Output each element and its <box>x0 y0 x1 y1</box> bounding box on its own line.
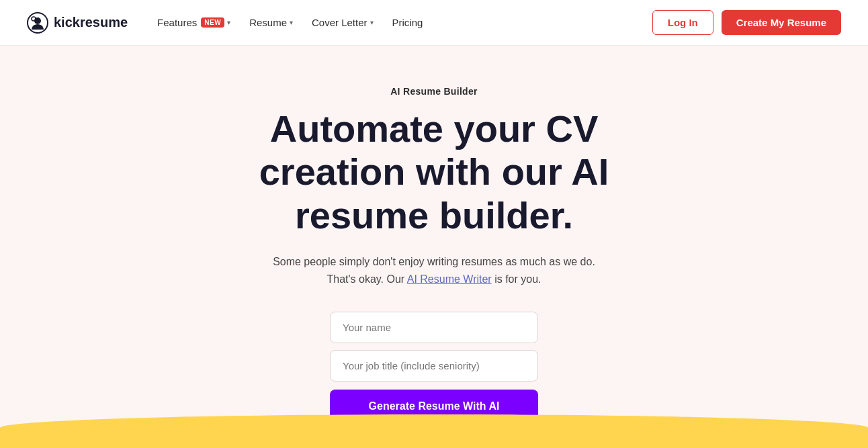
nav-left: kickresume Features NEW ▾ Resume ▾ Cover… <box>27 11 431 34</box>
hero-title: Automate your CV creation with our AI re… <box>199 107 669 237</box>
navbar: kickresume Features NEW ▾ Resume ▾ Cover… <box>0 0 868 46</box>
cover-letter-chevron-icon: ▾ <box>370 19 374 26</box>
logo-icon <box>27 12 48 34</box>
new-badge: NEW <box>201 17 224 28</box>
nav-resume-label: Resume <box>249 17 287 28</box>
login-button[interactable]: Log In <box>652 10 713 35</box>
nav-features-label: Features <box>157 17 197 28</box>
hero-description-link: AI Resume Writer <box>407 273 492 285</box>
logo-text: kickresume <box>54 15 128 30</box>
resume-chevron-icon: ▾ <box>290 19 293 26</box>
hero-description-line1: Some people simply don't enjoy writing r… <box>273 256 595 267</box>
nav-right: Log In Create My Resume <box>652 10 841 35</box>
ai-resume-writer-link[interactable]: AI Resume Writer <box>407 273 492 285</box>
nav-item-pricing[interactable]: Pricing <box>384 11 431 34</box>
hero-section: AI Resume Builder Automate your CV creat… <box>0 46 868 448</box>
create-resume-button[interactable]: Create My Resume <box>722 10 841 35</box>
nav-cover-letter-label: Cover Letter <box>312 17 367 28</box>
nav-links: Features NEW ▾ Resume ▾ Cover Letter ▾ P… <box>149 11 431 34</box>
nav-item-features[interactable]: Features NEW ▾ <box>149 11 238 34</box>
nav-item-resume[interactable]: Resume ▾ <box>241 11 301 34</box>
features-chevron-icon: ▾ <box>227 19 230 26</box>
wave-yellow <box>0 414 868 448</box>
name-input[interactable] <box>330 312 538 343</box>
hero-description: Some people simply don't enjoy writing r… <box>273 253 595 287</box>
nav-item-cover-letter[interactable]: Cover Letter ▾ <box>304 11 382 34</box>
hero-description-line2-prefix: That's okay. Our <box>327 273 406 285</box>
job-title-input[interactable] <box>330 350 538 382</box>
logo[interactable]: kickresume <box>27 12 128 34</box>
hero-bottom-wave <box>0 408 868 448</box>
nav-pricing-label: Pricing <box>392 17 423 28</box>
hero-subtitle: AI Resume Builder <box>390 86 478 97</box>
hero-description-line2-suffix: is for you. <box>492 273 541 285</box>
